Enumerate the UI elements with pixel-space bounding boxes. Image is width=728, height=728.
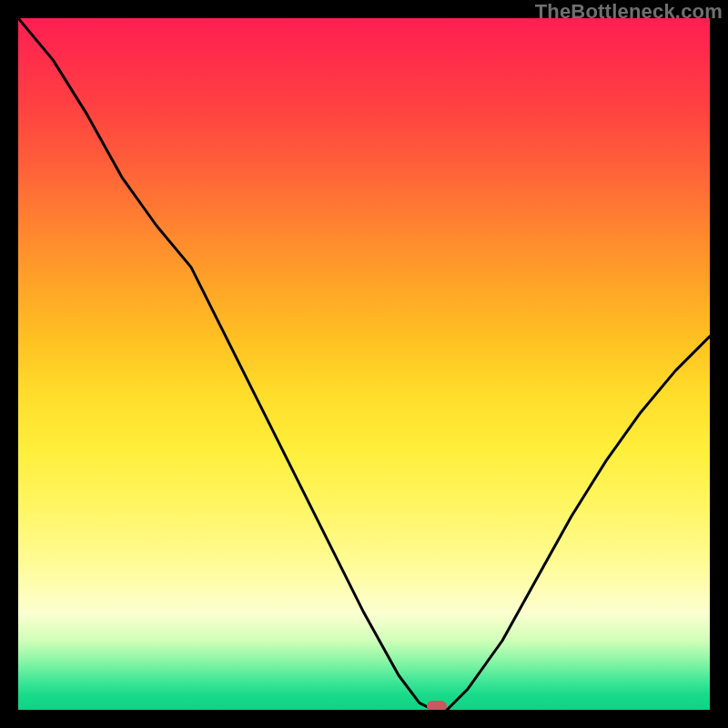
optimal-point-marker: [427, 701, 447, 710]
chart-frame: TheBottleneck.com: [0, 0, 728, 728]
watermark-text: TheBottleneck.com: [535, 0, 723, 24]
plot-area: [18, 18, 710, 710]
bottleneck-curve: [18, 18, 710, 710]
